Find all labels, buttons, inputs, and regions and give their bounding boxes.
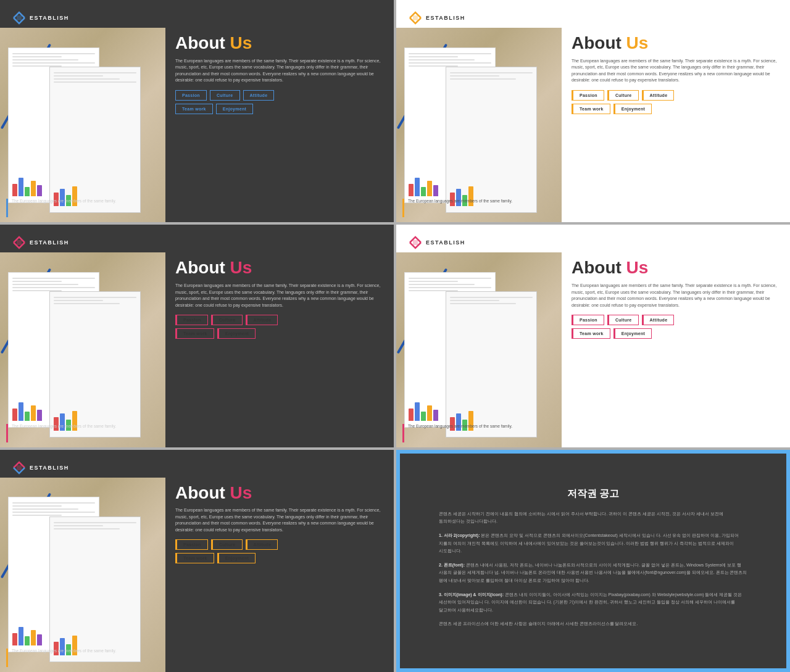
doc-lines-1a	[12, 53, 94, 68]
doc-line	[12, 287, 94, 288]
button-row-4a: Passion Culture Attitude	[572, 315, 780, 325]
text-area-3: About Us The European languages are memb…	[165, 252, 394, 447]
doc-line	[409, 53, 491, 54]
slide-title-2: About Us	[572, 34, 780, 53]
body-text-4: The European languages are members of th…	[572, 283, 780, 309]
doc-line	[450, 303, 516, 304]
svg-rect-3	[413, 240, 418, 245]
doc-line	[12, 512, 94, 513]
svg-rect-4	[17, 465, 22, 470]
doc-line	[12, 508, 78, 510]
slide-title-1: About Us	[175, 34, 384, 53]
slide-content-3: About Us The European languages are memb…	[0, 225, 394, 447]
button-row-2a: Passion Culture Attitude	[572, 90, 780, 101]
doc-line	[12, 278, 94, 279]
logo-text-1: ESTABLISH	[30, 15, 69, 21]
btn-teamwork-2[interactable]: Team work	[572, 104, 610, 114]
doc-line	[12, 281, 62, 282]
doc-line	[450, 78, 516, 80]
doc-lines-2b	[450, 72, 532, 81]
logo-icon-2	[409, 11, 422, 25]
doc-lines-5b	[54, 522, 136, 531]
caption-text-3: The European languages are members of th…	[12, 423, 116, 429]
btn-teamwork-3[interactable]: Team work	[175, 328, 214, 339]
caption-1: The European languages are members of th…	[0, 193, 165, 222]
copyright-s2-title: 2. 폰트(font):	[439, 563, 465, 567]
slide-3: ESTABLISH	[0, 225, 394, 447]
btn-enjoyment-4[interactable]: Enjoyment	[613, 328, 652, 339]
doc-line	[54, 75, 103, 77]
btn-culture-1[interactable]: Culture	[210, 90, 240, 101]
btn-attitude-5[interactable]: Attitude	[246, 539, 278, 550]
btn-passion-3[interactable]: Passion	[175, 315, 208, 325]
copyright-section1: 1. 서라 2(copyright): 본은 콘텐츠의 요약 및 서적으로 콘텐…	[439, 532, 747, 555]
button-row-3a: Passion Culture Attitude	[175, 315, 384, 325]
caption-2: The European languages are members of th…	[396, 193, 562, 222]
copyright-title: 저작권 공고	[567, 487, 619, 500]
logo-icon-5	[12, 461, 26, 475]
btn-culture-2[interactable]: Culture	[607, 90, 639, 101]
doc-sim-1b	[49, 67, 140, 212]
doc-line	[12, 62, 94, 64]
button-row-1a: Passion Culture Attitude	[175, 90, 384, 101]
slide-1: ESTABLISH	[0, 0, 394, 222]
doc-line	[54, 303, 120, 304]
logo-1: ESTABLISH	[12, 11, 69, 25]
caption-4: The European languages are members of th…	[396, 418, 562, 447]
btn-enjoyment-1[interactable]: Enjoyment	[216, 104, 253, 114]
doc-line	[12, 284, 78, 285]
btn-attitude-2[interactable]: Attitude	[642, 90, 675, 101]
btn-culture-4[interactable]: Culture	[607, 315, 639, 325]
btn-enjoyment-3[interactable]: Enjoyment	[217, 328, 256, 339]
logo-4: ESTABLISH	[409, 236, 465, 249]
btn-culture-5[interactable]: Culture	[211, 539, 243, 550]
logo-text-4: ESTABLISH	[426, 239, 465, 246]
slide-title-3: About Us	[175, 259, 384, 278]
button-row-5b: Team work Enjoyment	[175, 553, 384, 563]
btn-passion-4[interactable]: Passion	[572, 315, 604, 325]
caption-bar-5	[6, 649, 8, 667]
btn-enjoyment-2[interactable]: Enjoyment	[613, 104, 652, 114]
btn-attitude-4[interactable]: Attitude	[642, 315, 675, 325]
caption-text-1: The European languages are members of th…	[12, 198, 116, 204]
doc-line	[450, 72, 532, 73]
button-row-2b: Team work Enjoyment	[572, 104, 780, 114]
logo-text-3: ESTABLISH	[30, 239, 69, 246]
btn-passion-1[interactable]: Passion	[175, 90, 207, 101]
logo-5: ESTABLISH	[12, 461, 69, 475]
slide-content-2: About Us The European languages are memb…	[396, 0, 790, 222]
logo-icon-1	[12, 11, 26, 25]
logo-icon-4	[409, 236, 422, 249]
btn-attitude-3[interactable]: Attitude	[246, 315, 278, 325]
caption-bar-2	[402, 199, 404, 217]
btn-passion-2[interactable]: Passion	[572, 90, 604, 101]
copyright-section3: 3. 이미지(image) & 이미지(icon): 콘텐츠 내의 이미지들이,…	[439, 591, 747, 615]
copyright-para0: 콘텐츠 세공은 시작하기 전에이 내용의 협의에 소비하는 시에서 읽어 주사서…	[439, 510, 747, 526]
btn-teamwork-5[interactable]: Team work	[175, 553, 214, 563]
doc-line	[450, 297, 532, 298]
caption-bar-4	[402, 424, 404, 442]
logo-2: ESTABLISH	[409, 11, 465, 25]
slide-6: 저작권 공고 콘텐츠 세공은 시작하기 전에이 내용의 협의에 소비하는 시에서…	[396, 450, 790, 672]
body-text-3: The European languages are members of th…	[175, 283, 384, 309]
doc-line	[54, 300, 103, 301]
slide-2: ESTABLISH	[396, 0, 790, 222]
doc-lines-1b	[54, 72, 136, 85]
caption-bar-3	[6, 424, 8, 442]
btn-passion-5[interactable]: Passion	[175, 539, 208, 550]
slide-5: ESTABLISH	[0, 450, 394, 672]
svg-rect-0	[17, 15, 22, 20]
logo-text-5: ESTABLISH	[30, 465, 69, 471]
copyright-body: 콘텐츠 세공은 시작하기 전에이 내용의 협의에 소비하는 시에서 읽어 주사서…	[439, 510, 747, 634]
doc-sim-5b	[49, 516, 140, 663]
doc-line	[54, 81, 136, 83]
slide-content-4: About Us The European languages are memb…	[396, 225, 790, 447]
slide-title-4: About Us	[572, 259, 780, 278]
btn-enjoyment-5[interactable]: Enjoyment	[217, 553, 256, 563]
btn-teamwork-1[interactable]: Team work	[175, 104, 213, 114]
btn-culture-3[interactable]: Culture	[211, 315, 243, 325]
doc-line	[54, 297, 136, 298]
slide-title-5: About Us	[175, 484, 384, 503]
btn-attitude-1[interactable]: Attitude	[243, 90, 275, 101]
btn-teamwork-4[interactable]: Team work	[572, 328, 610, 339]
